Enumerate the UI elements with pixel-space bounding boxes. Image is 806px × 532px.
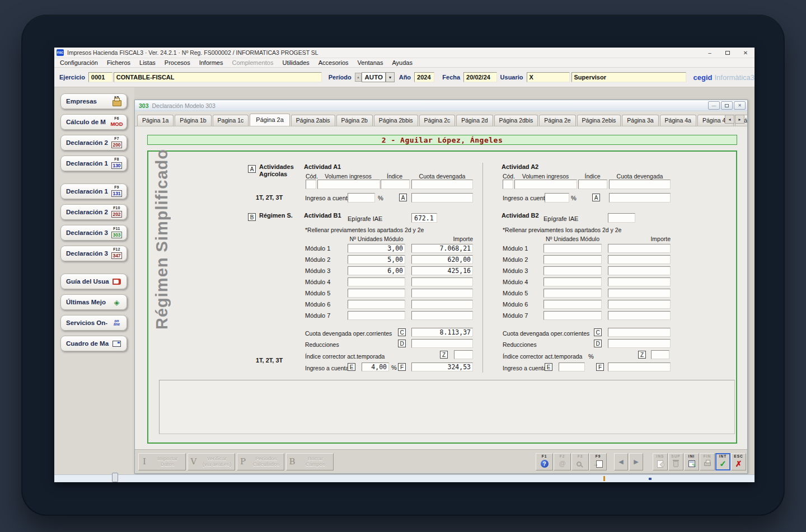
a1-indice-field[interactable] [381,180,410,189]
module-units-field[interactable] [543,244,602,253]
module-importe-field[interactable]: 425,16 [411,266,473,275]
sidebar-button[interactable]: Declaración 1 F8 130 [60,156,127,171]
a1-cod-field[interactable] [306,180,316,189]
sidebar-button[interactable]: Cálculo de M F6 MOD [60,114,127,130]
delete-button[interactable]: SUP [668,453,683,470]
menu-item[interactable]: Ficheros [102,59,135,66]
sidebar-button[interactable]: Declaración 1 F9 131 [60,183,127,199]
a2-ingreso-cuota-field[interactable] [609,193,671,203]
prev-record-button[interactable]: ◀ [614,453,628,470]
page-tab[interactable]: Página 3a [622,115,658,126]
module-importe-field[interactable] [608,289,671,298]
page-tab[interactable]: Página 2abis [291,115,335,126]
page-tab[interactable]: Página 2e [539,115,575,126]
insert-button[interactable]: INS [653,453,668,470]
page-tab[interactable]: Página 2bbis [374,115,418,126]
module-units-field[interactable] [543,255,602,264]
menu-item[interactable]: Configuración [55,59,102,66]
a1-ingreso-pct-field[interactable] [348,193,375,203]
page-tab[interactable]: Pagina 1c [213,115,249,126]
module-units-field[interactable] [348,300,405,309]
sidebar-button[interactable]: Empresas F5 [60,93,127,109]
page-tab[interactable]: Página 2ebis [577,115,621,126]
menu-item[interactable]: Complementos [227,59,278,66]
sidebar-button[interactable]: Guía del Usua [60,274,127,289]
fecha-field[interactable]: 20/02/24 [463,72,496,82]
b2-ingreso-field[interactable] [608,362,671,371]
action-button[interactable]: V Verificar (vía aeat.es) [188,453,235,470]
module-importe-field[interactable]: 620,00 [411,255,473,264]
a1-cuota-field[interactable] [411,180,473,189]
menu-item[interactable]: Utilidades [278,59,313,66]
module-importe-field[interactable] [411,289,473,298]
tab-scroll-right-button[interactable]: ▸ [735,115,744,124]
module-units-field[interactable]: 6,00 [348,266,405,275]
module-importe-field[interactable] [608,277,671,286]
action-button[interactable]: B Borrar Campos [286,453,334,470]
b2-reducciones-field[interactable] [608,339,671,348]
b1-indice-field[interactable] [454,350,473,359]
menu-item[interactable]: Procesos [160,59,195,66]
page-tab[interactable]: Página 1a [137,115,174,126]
b2-indice-field[interactable] [651,350,669,359]
usuario-code-field[interactable]: X [527,72,570,82]
b1-cuota-field[interactable]: 8.113,37 [411,328,473,337]
module-importe-field[interactable] [608,244,671,253]
page-tab[interactable]: Página 2b [336,115,373,126]
b2-epigrafe-field[interactable] [608,213,635,223]
maximize-button[interactable] [719,48,737,58]
minimize-button[interactable]: – [701,48,719,58]
b2-cuota-field[interactable] [608,328,671,337]
page-tab[interactable]: Página 2c [419,115,456,126]
page-tab[interactable]: Página 2a [250,114,290,126]
child-maximize-button[interactable] [721,101,733,110]
a2-volumen-field[interactable] [514,180,577,189]
sidebar-button[interactable]: Declaración 3 F11 303 [60,225,127,241]
ejercicio-code-field[interactable]: 0001 [88,72,113,82]
b1-epigrafe-field[interactable]: 672.1 [411,213,437,223]
sidebar-button[interactable]: Declaración 2 F10 202 [60,204,127,220]
help-button[interactable]: F1 ? [536,453,553,470]
b2-ingreso-pct-field[interactable] [559,362,585,371]
module-importe-field[interactable] [608,300,671,309]
action-button[interactable]: P Períodos Calculados [237,453,284,470]
close-button[interactable]: ✕ [737,48,755,58]
module-units-field[interactable] [543,300,602,309]
action-button[interactable]: I Importar Datos [138,453,186,470]
cancel-button[interactable]: ESC ✗ [731,453,746,470]
module-importe-field[interactable] [608,266,671,275]
page-tab[interactable]: Página 2d [456,115,493,126]
periodo-up-button[interactable]: ▲ [355,73,362,82]
ano-field[interactable]: 2024 [414,72,434,82]
next-record-button[interactable]: ▶ [629,453,643,470]
ejercicio-name-field[interactable]: CONTABLE-FISCAL [114,72,322,82]
tab-scroll-left-button[interactable]: ◂ [725,115,734,124]
menu-item[interactable]: Accesorios [314,59,353,66]
child-minimize-button[interactable]: — [708,101,720,110]
sidebar-button[interactable]: Últimas Mejo ◈ [60,294,127,310]
a1-ingreso-cuota-field[interactable] [411,193,473,203]
module-units-field[interactable] [348,311,405,320]
module-units-field[interactable] [348,289,405,298]
usuario-name-field[interactable]: Supervisor [571,72,687,82]
confirm-button[interactable]: INT ✓ [715,453,730,470]
module-units-field[interactable] [543,289,602,298]
module-importe-field[interactable] [411,311,473,320]
init-button[interactable]: INI ✎ [684,453,699,470]
a1-volumen-field[interactable] [317,180,380,189]
menu-item[interactable]: Informes [195,59,228,66]
at-button[interactable]: F2 @ [554,453,571,470]
module-units-field[interactable] [543,277,602,286]
module-importe-field[interactable] [608,311,671,320]
print-button[interactable]: FIN [700,453,715,470]
page-tab[interactable]: Página 4a [660,115,696,126]
module-importe-field[interactable] [608,255,671,264]
b1-ingreso-pct-field[interactable]: 4,00 [362,362,389,371]
a2-cod-field[interactable] [503,180,513,189]
module-importe-field[interactable] [411,277,473,286]
module-units-field[interactable] [543,266,602,275]
module-units-field[interactable] [348,277,405,286]
sidebar-button[interactable]: Declaración 3 F12 347 [60,246,127,261]
page-tab[interactable]: Página 2dbis [494,115,538,126]
a2-ingreso-pct-field[interactable] [545,193,569,203]
